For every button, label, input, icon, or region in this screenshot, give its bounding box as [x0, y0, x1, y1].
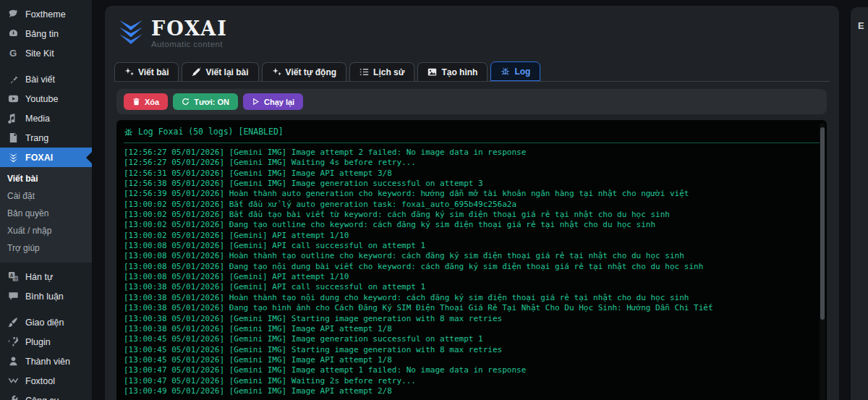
delete-logs-button[interactable]: Xóa — [124, 93, 168, 110]
tab-tao-hinh[interactable]: Tạo hình — [417, 62, 488, 81]
log-line: [12:56:31 05/01/2026] [Gemini IMG] Image… — [116, 169, 827, 179]
foxtool-icon — [7, 375, 19, 387]
sidebar-item-giao-dien[interactable]: Giao diện — [0, 312, 92, 332]
log-console-title: Log Foxai (50 logs) [ENABLED] — [138, 127, 284, 137]
log-console-header: Log Foxai (50 logs) [ENABLED] — [116, 120, 827, 141]
log-console[interactable]: Log Foxai (50 logs) [ENABLED] [12:56:27 … — [116, 120, 827, 400]
sidebar-item-label: Bảng tin — [25, 29, 59, 39]
tab-label: Log — [514, 67, 530, 77]
tab-label: Tạo hình — [441, 67, 477, 77]
log-line: [13:00:08 05/01/2026] [Gemini] API call … — [116, 241, 827, 251]
sidebar-item-label: Plugin — [25, 337, 51, 347]
log-line: [13:00:38 05/01/2026] Hoàn thành tạo nội… — [116, 293, 827, 303]
submenu-label: Viết bài — [7, 174, 38, 184]
log-line: [13:00:02 05/01/2026] [Gemini] API attem… — [116, 231, 827, 241]
youtube-icon — [7, 93, 19, 105]
log-line: [12:56:27 05/01/2026] [Gemini IMG] Image… — [116, 148, 827, 158]
foxai-logo-icon — [118, 19, 144, 45]
submenu-item-viet-bai[interactable]: Viết bài — [0, 170, 92, 187]
submenu-item-ban-quyen[interactable]: Bản quyền — [0, 205, 92, 222]
tab-log[interactable]: Log — [490, 61, 540, 81]
users-icon — [7, 356, 19, 367]
tab-bar: Viết bài Viết lại bài Viết tự động Lịch … — [114, 62, 830, 82]
clipped-panel-text: E — [858, 20, 864, 31]
sidebar-item-label: Hán tự — [25, 272, 53, 282]
sidebar-item-cong-cu[interactable]: Công cụ — [0, 391, 92, 400]
sidebar-item-label: Foxtool — [25, 376, 55, 386]
appearance-icon — [7, 317, 19, 328]
sidebar-item-label: FOXAI — [25, 153, 53, 163]
list-icon — [359, 67, 369, 77]
sidebar-item-thanh-vien[interactable]: Thành viên — [0, 352, 92, 371]
submenu-item-cai-dat[interactable]: Cài đặt — [0, 187, 92, 205]
bug-icon — [501, 67, 510, 76]
trash-icon — [132, 98, 140, 106]
sidebar-item-label: Giao diện — [25, 318, 64, 328]
log-line: [13:00:02 05/01/2026] Bắt đầu tạo bài vi… — [116, 210, 827, 220]
rerun-button[interactable]: Chạy lại — [243, 93, 303, 110]
sidebar-item-label: Foxtheme — [25, 9, 66, 20]
console-scrollbar-track[interactable] — [820, 123, 825, 400]
log-line: [13:00:02 05/01/2026] Bắt đầu xử lý auto… — [116, 200, 827, 210]
tab-label: Viết bài — [138, 67, 169, 77]
submenu-label: Cài đặt — [7, 191, 35, 201]
submenu-label: Bản quyền — [7, 208, 48, 218]
sidebar-item-label: Trang — [25, 133, 48, 143]
log-line: [13:00:45 05/01/2026] [Gemini IMG] Image… — [116, 355, 827, 365]
sidebar-item-bai-viet[interactable]: Bài viết — [0, 69, 92, 89]
sidebar-item-binh-luan[interactable]: Bình luận — [0, 286, 92, 306]
console-divider — [124, 142, 820, 143]
sidebar-item-youtube[interactable]: Youtube — [0, 89, 92, 108]
log-line: [12:56:27 05/01/2026] [Gemini IMG] Waiti… — [116, 158, 827, 168]
tab-label: Viết lại bài — [205, 67, 248, 77]
log-line: [13:00:38 05/01/2026] [Gemini IMG] Image… — [116, 324, 827, 334]
sidebar-item-foxtheme[interactable]: Foxtheme — [0, 4, 92, 24]
sidebar-item-bang-tin[interactable]: Bảng tin — [0, 24, 92, 43]
svg-text:G: G — [9, 48, 16, 59]
submenu-item-tro-giup[interactable]: Trợ giúp — [0, 239, 92, 257]
sidebar-item-label: Media — [25, 114, 50, 124]
sparkle-icon — [124, 67, 134, 77]
pencil-icon — [192, 67, 201, 77]
bug-icon — [124, 127, 133, 137]
sidebar-separator — [0, 63, 92, 69]
log-line: [13:00:47 05/01/2026] [Gemini IMG] Image… — [116, 365, 827, 375]
foxai-submenu: Viết bài Cài đặt Bản quyền Xuất / nhập T… — [0, 167, 92, 263]
console-scrollbar-thumb[interactable] — [820, 127, 825, 320]
tab-label: Lịch sử — [373, 67, 404, 77]
tab-lich-su[interactable]: Lịch sử — [349, 62, 414, 81]
log-line: [13:00:08 05/01/2026] Hoàn thành tạo out… — [116, 251, 827, 261]
tab-viet-lai-bai[interactable]: Viết lại bài — [182, 62, 258, 81]
log-line: [13:00:45 05/01/2026] [Gemini IMG] Image… — [116, 334, 827, 344]
sitekit-icon: G — [7, 48, 19, 59]
sidebar-item-label: Bài viết — [25, 75, 55, 85]
sidebar-item-site-kit[interactable]: G Site Kit — [0, 43, 92, 63]
sidebar-item-foxtool[interactable]: Foxtool — [0, 371, 92, 391]
sidebar-item-media[interactable]: Media — [0, 108, 92, 128]
sidebar-item-foxai[interactable]: FOXAI — [0, 148, 92, 167]
log-line: [12:56:39 05/01/2026] Hoàn thành auto ge… — [116, 189, 827, 199]
auto-refresh-toggle-button[interactable]: Tươi: ON — [173, 93, 238, 110]
sidebar-item-han-tu[interactable]: A文 Hán tự — [0, 267, 92, 286]
tab-viet-tu-dong[interactable]: Viết tự động — [262, 62, 346, 81]
log-line: [13:00:38 05/01/2026] [Gemini IMG] Start… — [116, 314, 827, 324]
log-line: [13:00:08 05/01/2026] [Gemini] API attem… — [116, 272, 827, 282]
foxai-plugin-panel: FOXAI Automatic content Viết bài Viết lạ… — [105, 6, 839, 400]
button-label: Tươi: ON — [194, 98, 229, 106]
log-line: [13:00:47 05/01/2026] [Gemini IMG] Waiti… — [116, 376, 827, 386]
tab-viet-bai[interactable]: Viết bài — [114, 62, 179, 81]
clipped-right-panel: E — [851, 7, 868, 400]
sidebar-item-trang[interactable]: Trang — [0, 128, 92, 148]
svg-text:文: 文 — [14, 277, 18, 281]
sidebar-item-plugin[interactable]: Plugin — [0, 332, 92, 352]
log-line: [13:00:02 05/01/2026] Đang tạo outline c… — [116, 220, 827, 230]
translation-icon: A文 — [7, 271, 19, 283]
submenu-item-xuat-nhap[interactable]: Xuất / nhập — [0, 222, 92, 239]
button-label: Chạy lại — [264, 98, 294, 106]
image-icon — [427, 67, 437, 77]
log-line: [13:00:38 05/01/2026] Đang tạo hình ảnh … — [116, 303, 827, 313]
submenu-label: Xuất / nhập — [7, 226, 51, 236]
brand-name: FOXAI — [151, 19, 228, 39]
page-icon — [7, 132, 19, 144]
sidebar-item-label: Công cụ — [25, 396, 59, 400]
